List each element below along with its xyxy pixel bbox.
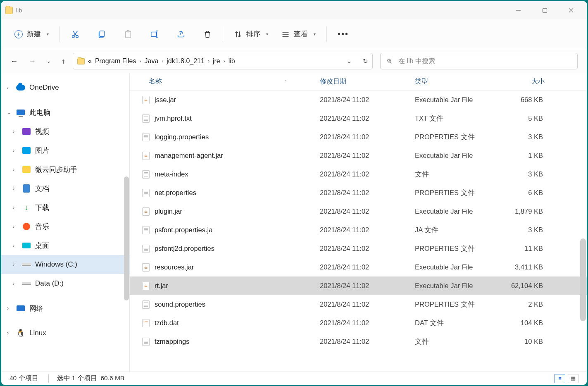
breadcrumb-item[interactable]: jdk1.8.0_211 <box>167 57 205 65</box>
file-size: 10 KB <box>496 338 543 345</box>
file-date: 2021/8/24 11:02 <box>320 189 415 197</box>
sidebar-item-ddrive[interactable]: › Data (D:) <box>1 274 129 293</box>
sidebar-item-downloads[interactable]: › ↓ 下载 <box>1 198 129 217</box>
sidebar-item-weiyun[interactable]: › 微云同步助手 <box>1 160 129 179</box>
sidebar-item-pictures[interactable]: › 图片 <box>1 141 129 160</box>
navigation-pane: › OneDrive ⌄ 此电脑 › 视频 › 图片 › <box>1 73 130 372</box>
file-size: 668 KB <box>496 96 543 104</box>
file-date: 2021/8/24 11:02 <box>320 152 415 160</box>
breadcrumb-item[interactable]: lib <box>229 57 235 65</box>
expand-icon[interactable]: › <box>13 205 19 210</box>
file-row[interactable]: meta-index2021/8/24 11:02文件3 KB <box>130 165 587 183</box>
rename-icon[interactable] <box>150 30 159 39</box>
expand-icon[interactable]: › <box>13 224 19 229</box>
address-bar[interactable]: « Program Files › Java › jdk1.8.0_211 › … <box>73 53 373 69</box>
file-name: sound.properties <box>155 300 205 308</box>
details-view-button[interactable]: ≡ <box>555 374 565 383</box>
sort-button[interactable]: 排序 ▾ <box>234 29 268 39</box>
sidebar-item-desktop[interactable]: › 桌面 <box>1 236 129 255</box>
file-icon: ☕︎ <box>141 281 150 291</box>
folder-icon <box>5 7 13 14</box>
back-button[interactable]: ← <box>10 57 18 66</box>
cloud-icon <box>16 83 25 92</box>
sidebar-scrollbar[interactable] <box>124 176 129 300</box>
sidebar-item-thispc[interactable]: ⌄ 此电脑 <box>1 103 129 122</box>
expand-icon[interactable]: › <box>13 148 19 153</box>
icons-view-button[interactable]: ▦ <box>568 374 578 383</box>
file-date: 2021/8/24 11:02 <box>320 170 415 178</box>
expand-icon[interactable]: › <box>13 167 19 172</box>
file-row[interactable]: psfont.properties.ja2021/8/24 11:02JA 文件… <box>130 221 587 239</box>
file-row[interactable]: ☕︎rt.jar2021/8/24 11:02Executable Jar Fi… <box>130 276 587 295</box>
expand-icon[interactable]: › <box>7 305 14 311</box>
expand-icon[interactable]: › <box>13 186 19 191</box>
file-row[interactable]: DATtzdb.dat2021/8/24 11:02DAT 文件104 KB <box>130 314 587 332</box>
sidebar-item-music[interactable]: › 音乐 <box>1 217 129 236</box>
file-size: 11 KB <box>496 245 543 253</box>
file-size: 3 KB <box>496 226 543 234</box>
file-icon <box>141 188 150 198</box>
sidebar-label: 音乐 <box>35 222 49 231</box>
file-row[interactable]: ☕︎management-agent.jar2021/8/24 11:02Exe… <box>130 146 587 165</box>
breadcrumb-prefix[interactable]: « <box>88 57 92 65</box>
breadcrumb-item[interactable]: jre <box>213 57 220 65</box>
search-input[interactable]: 🔍︎ 在 lib 中搜索 <box>380 53 578 69</box>
maximize-button[interactable] <box>537 4 552 17</box>
new-button[interactable]: + 新建 ▾ <box>14 29 49 39</box>
navbar: ← → ⌄ ↑ « Program Files › Java › jdk1.8.… <box>1 49 587 73</box>
expand-icon[interactable]: › <box>13 129 19 134</box>
file-row[interactable]: ☕︎plugin.jar2021/8/24 11:02Executable Ja… <box>130 202 587 221</box>
sidebar-item-videos[interactable]: › 视频 <box>1 122 129 141</box>
file-size: 3 KB <box>496 133 543 141</box>
collapse-icon[interactable]: ⌄ <box>7 110 14 115</box>
minimize-button[interactable] <box>511 4 526 17</box>
expand-icon[interactable]: › <box>13 262 19 267</box>
file-row[interactable]: sound.properties2021/8/24 11:02PROPERTIE… <box>130 295 587 314</box>
sidebar-item-onedrive[interactable]: › OneDrive <box>1 78 129 97</box>
column-modified[interactable]: 修改日期 <box>320 77 415 86</box>
column-name[interactable]: 名称˄ <box>149 77 320 86</box>
breadcrumb-item[interactable]: Program Files <box>95 57 136 65</box>
sidebar-item-cdrive[interactable]: › Windows (C:) <box>1 255 129 274</box>
view-button[interactable]: 查看 ▾ <box>281 29 316 39</box>
file-row[interactable]: net.properties2021/8/24 11:02PROPERTIES … <box>130 183 587 202</box>
file-row[interactable]: jvm.hprof.txt2021/8/24 11:02TXT 文件5 KB <box>130 109 587 128</box>
column-size[interactable]: 大小 <box>496 77 545 86</box>
main-area: › OneDrive ⌄ 此电脑 › 视频 › 图片 › <box>1 73 587 372</box>
share-icon[interactable] <box>176 30 186 39</box>
sidebar-item-linux[interactable]: › 🐧 Linux <box>1 324 129 343</box>
clipboard-group <box>71 30 212 39</box>
file-row[interactable]: ☕︎resources.jar2021/8/24 11:02Executable… <box>130 258 587 276</box>
refresh-button[interactable]: ↻ <box>363 57 368 65</box>
file-name: meta-index <box>155 170 188 178</box>
column-type[interactable]: 类型 <box>415 77 496 86</box>
copy-icon[interactable] <box>97 30 106 39</box>
recent-button[interactable]: ⌄ <box>47 58 51 64</box>
expand-icon[interactable]: › <box>13 243 19 248</box>
delete-icon[interactable] <box>203 30 212 39</box>
file-row[interactable]: ☕︎jsse.jar2021/8/24 11:02Executable Jar … <box>130 91 587 109</box>
sidebar-label: 文档 <box>35 184 49 193</box>
file-row[interactable]: tzmappings2021/8/24 11:02文件10 KB <box>130 332 587 351</box>
sidebar-label: 微云同步助手 <box>35 165 77 174</box>
sidebar-item-network[interactable]: › 网络 <box>1 299 129 318</box>
more-button[interactable]: ••• <box>338 29 349 39</box>
address-dropdown[interactable]: ⌄ <box>347 57 352 65</box>
file-scrollbar[interactable] <box>580 238 586 321</box>
file-size: 3 KB <box>496 170 543 178</box>
paste-icon[interactable] <box>124 30 133 39</box>
forward-button[interactable]: → <box>29 57 36 66</box>
close-button[interactable] <box>564 4 578 17</box>
cut-icon[interactable] <box>71 30 80 39</box>
file-row[interactable]: logging.properties2021/8/24 11:02PROPERT… <box>130 128 587 146</box>
expand-icon[interactable]: › <box>7 330 14 336</box>
separator <box>60 26 60 42</box>
breadcrumb-item[interactable]: Java <box>144 57 158 65</box>
file-name: resources.jar <box>155 263 194 271</box>
expand-icon[interactable]: › <box>7 85 14 91</box>
expand-icon[interactable]: › <box>13 281 19 286</box>
sidebar-item-documents[interactable]: › 文档 <box>1 179 129 198</box>
file-row[interactable]: psfontj2d.properties2021/8/24 11:02PROPE… <box>130 239 587 258</box>
file-icon <box>141 300 150 309</box>
up-button[interactable]: ↑ <box>62 57 65 66</box>
